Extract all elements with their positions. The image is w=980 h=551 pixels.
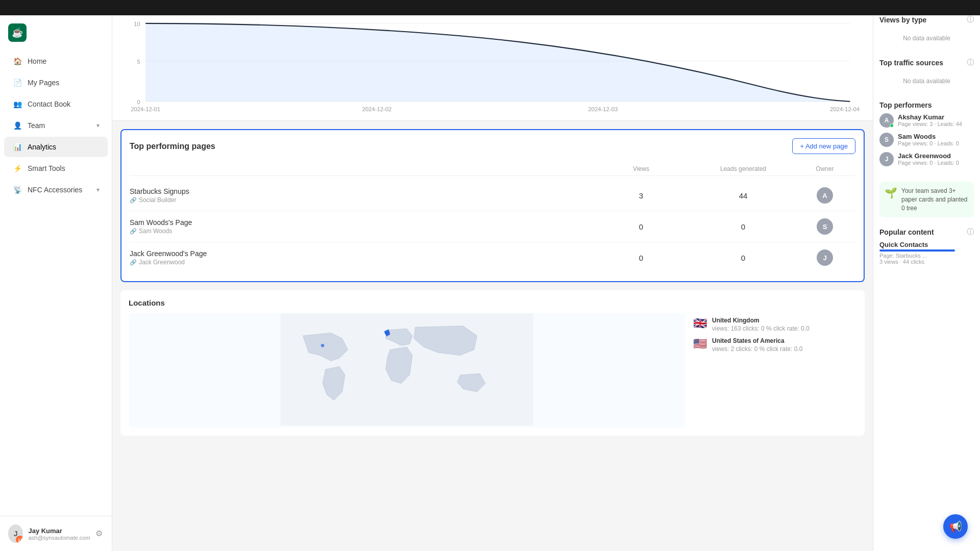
us-flag: 🇺🇸 xyxy=(693,337,707,350)
sidebar-item-contact-book[interactable]: 👥 Contact Book xyxy=(4,94,108,114)
svg-point-12 xyxy=(385,331,389,335)
sidebar-footer: J 17 Jay Kumar ash@synxautomate.com ⚙ xyxy=(0,516,112,551)
right-panel: Views by type ⓘ No data available Top tr… xyxy=(873,0,980,551)
avatar: J 17 xyxy=(8,524,23,543)
logo-icon: ☕ xyxy=(8,23,27,42)
svg-point-11 xyxy=(321,344,325,347)
analytics-icon: 📊 xyxy=(12,142,22,152)
list-item: 🇬🇧 United Kingdom views: 163 clicks: 0 %… xyxy=(693,317,856,332)
svg-text:2024-12-02: 2024-12-02 xyxy=(362,106,391,112)
performer-name: Sam Woods xyxy=(898,133,959,140)
list-item: S Sam Woods Page views: 0 · Leads: 0 xyxy=(879,133,974,147)
add-new-page-button[interactable]: + Add new page xyxy=(792,138,855,154)
performer-info: Jack Greenwood Page views: 0 · Leads: 0 xyxy=(898,152,959,166)
sidebar-logo: ☕ xyxy=(0,15,112,46)
info-icon[interactable]: ⓘ xyxy=(967,58,974,67)
fab-button[interactable]: 📢 xyxy=(943,514,968,539)
sidebar-item-nfc-accessories[interactable]: 📡 NFC Accessories ▾ xyxy=(4,180,108,200)
views-value: 0 xyxy=(590,222,692,231)
svg-text:10: 10 xyxy=(134,21,140,27)
user-email: ash@synxautomate.com xyxy=(28,535,90,541)
sidebar-item-smart-tools[interactable]: ⚡ Smart Tools xyxy=(4,158,108,179)
page-sub-label: Jack Greenwood xyxy=(139,259,185,266)
popular-item-name: Quick Contacts xyxy=(879,241,974,248)
info-icon[interactable]: ⓘ xyxy=(967,15,974,24)
locations-title: Locations xyxy=(129,298,685,307)
locations-section: Locations xyxy=(120,290,865,436)
performer-stats: Page views: 0 · Leads: 0 xyxy=(898,160,959,166)
sidebar-item-label: Contact Book xyxy=(28,100,70,108)
views-column-header: Views xyxy=(590,165,692,172)
sidebar-nav: 🏠 Home 📄 My Pages 👥 Contact Book 👤 Team … xyxy=(0,46,112,516)
performer-stats: Page views: 3 · Leads: 44 xyxy=(898,121,962,127)
performer-avatar: S xyxy=(879,133,894,147)
link-icon: 🔗 xyxy=(130,259,137,266)
contact-book-icon: 👥 xyxy=(12,99,22,109)
performer-info: Akshay Kumar Page views: 3 · Leads: 44 xyxy=(898,113,962,127)
owner-avatar: A xyxy=(817,187,833,204)
views-by-type-title: Views by type ⓘ xyxy=(879,15,974,24)
link-icon: 🔗 xyxy=(130,197,137,204)
popular-content-title: Popular content ⓘ xyxy=(879,228,974,237)
list-item: A Akshay Kumar Page views: 3 · Leads: 44 xyxy=(879,113,974,128)
map-svg xyxy=(129,313,685,425)
performer-name: Jack Greenwood xyxy=(898,152,959,160)
page-sub-label: Sam Woods xyxy=(139,228,172,235)
location-info: United Kingdom views: 163 clicks: 0 % cl… xyxy=(712,317,810,332)
table-row: Starbucks Signups 🔗 Social Builder 3 44 … xyxy=(130,180,855,211)
list-item: J Jack Greenwood Page views: 0 · Leads: … xyxy=(879,152,974,166)
page-sub-label: Social Builder xyxy=(139,196,176,204)
sidebar-item-analytics[interactable]: 📊 Analytics xyxy=(4,137,108,157)
settings-icon[interactable]: ⚙ xyxy=(95,529,104,539)
sidebar-item-label: NFC Accessories xyxy=(28,186,82,194)
table-row: Jack Greenwood's Page 🔗 Jack Greenwood 0… xyxy=(130,242,855,273)
info-icon[interactable]: ⓘ xyxy=(967,228,974,237)
sidebar-item-team[interactable]: 👤 Team ▾ xyxy=(4,115,108,136)
popular-item-stats: 3 views · 44 clicks xyxy=(879,259,974,265)
traffic-sources-no-data: No data available xyxy=(879,71,974,91)
sidebar-item-my-pages[interactable]: 📄 My Pages xyxy=(4,72,108,93)
performer-stats: Page views: 0 · Leads: 0 xyxy=(898,140,959,146)
top-performing-section: Top performing pages + Add new page View… xyxy=(120,129,865,282)
sidebar-item-label: Smart Tools xyxy=(28,164,65,172)
page-info: Starbucks Signups 🔗 Social Builder xyxy=(130,187,590,204)
eco-card: 🌱 Your team saved 3+ paper cards and pla… xyxy=(879,182,974,217)
list-item: 🇺🇸 United States of America views: 2 cli… xyxy=(693,337,856,353)
smart-tools-icon: ⚡ xyxy=(12,163,22,173)
chart-area: 10 5 0 2024-12-01 2024-12-02 2024-12-03 … xyxy=(112,15,873,121)
top-traffic-sources-section: Top traffic sources ⓘ No data available xyxy=(879,58,974,91)
online-dot xyxy=(890,123,894,128)
my-pages-icon: 📄 xyxy=(12,78,22,88)
sidebar-item-label: My Pages xyxy=(28,79,59,87)
country-name: United States of America xyxy=(712,337,802,344)
eco-text: Your team saved 3+ paper cards and plant… xyxy=(901,187,969,212)
table-row: Sam Woods's Page 🔗 Sam Woods 0 0 S xyxy=(130,211,855,242)
list-item: Quick Contacts Page: Starbucks ... 3 vie… xyxy=(879,241,974,265)
top-performers-title: Top performers xyxy=(879,101,974,109)
top-bar xyxy=(0,0,980,15)
owner-avatar: J xyxy=(817,249,833,266)
section-header: Top performing pages + Add new page xyxy=(130,138,855,154)
owner-cell: J xyxy=(794,249,855,266)
page-name: Sam Woods's Page xyxy=(130,218,590,227)
performer-avatar: A xyxy=(879,113,894,128)
popular-content-section: Popular content ⓘ Quick Contacts Page: S… xyxy=(879,228,974,269)
popular-item-bar xyxy=(879,249,955,252)
scrollable-content: Top performing pages + Add new page View… xyxy=(112,121,873,551)
chart-svg: 10 5 0 2024-12-01 2024-12-02 2024-12-03 … xyxy=(125,15,861,112)
owner-avatar: S xyxy=(817,218,833,235)
popular-item-sublabel: Page: Starbucks ... xyxy=(879,253,974,259)
page-info: Sam Woods's Page 🔗 Sam Woods xyxy=(130,218,590,235)
sidebar-item-home[interactable]: 🏠 Home xyxy=(4,51,108,71)
owner-column-header: Owner xyxy=(794,165,855,172)
owner-cell: A xyxy=(794,187,855,204)
owner-cell: S xyxy=(794,218,855,235)
chevron-down-icon: ▾ xyxy=(96,186,100,193)
locations-list: 🇬🇧 United Kingdom views: 163 clicks: 0 %… xyxy=(693,298,856,428)
leads-value: 44 xyxy=(692,191,794,200)
fab-icon: 📢 xyxy=(949,520,962,533)
leads-value: 0 xyxy=(692,222,794,231)
top-performers-section: Top performers A Akshay Kumar Page views… xyxy=(879,101,974,171)
sidebar-item-label: Analytics xyxy=(28,143,56,151)
table-header: Views Leads generated Owner xyxy=(130,162,855,176)
